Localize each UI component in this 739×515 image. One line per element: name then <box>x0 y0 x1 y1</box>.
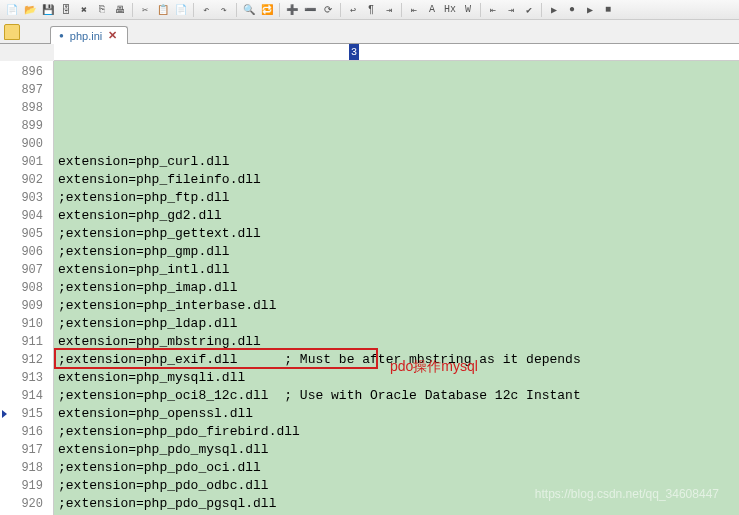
save-icon[interactable]: 💾 <box>40 2 56 18</box>
code-line[interactable]: ;extension=php_interbase.dll <box>54 297 739 315</box>
zoomin-icon[interactable]: ➕ <box>284 2 300 18</box>
line-number-gutter: 8968978988999009019029039049059069079089… <box>0 61 54 515</box>
line-number: 915 <box>0 405 53 423</box>
line-number: 908 <box>0 279 53 297</box>
saveall-icon[interactable]: 🗄 <box>58 2 74 18</box>
zoomout-icon[interactable]: ➖ <box>302 2 318 18</box>
toolbar-separator <box>480 3 481 17</box>
line-number: 898 <box>0 99 53 117</box>
print-icon[interactable]: 🖶 <box>112 2 128 18</box>
line-number: 914 <box>0 387 53 405</box>
toolbar-separator <box>340 3 341 17</box>
line-number: 903 <box>0 189 53 207</box>
annotation-text: pdo操作mysql <box>390 357 478 375</box>
indent-icon[interactable]: ⇥ <box>381 2 397 18</box>
sync-icon[interactable]: ⟳ <box>320 2 336 18</box>
line-number: 902 <box>0 171 53 189</box>
find-icon[interactable]: 🔍 <box>241 2 257 18</box>
code-line[interactable]: extension=php_curl.dll <box>54 153 739 171</box>
redo-icon[interactable]: ↷ <box>216 2 232 18</box>
code-line[interactable]: extension=php_intl.dll <box>54 261 739 279</box>
copy-icon[interactable]: 📋 <box>155 2 171 18</box>
code-area[interactable]: pdo操作mysql https://blog.csdn.net/qq_3460… <box>54 61 739 515</box>
code-line[interactable]: ;extension=php_pdo_odbc.dll <box>54 477 739 495</box>
line-number: 896 <box>0 63 53 81</box>
line-number: 911 <box>0 333 53 351</box>
line-number: 913 <box>0 369 53 387</box>
outdent-icon[interactable]: ⇤ <box>406 2 422 18</box>
open-icon[interactable]: 📂 <box>22 2 38 18</box>
line-number: 912 <box>0 351 53 369</box>
font-a-icon[interactable]: A <box>424 2 440 18</box>
code-line[interactable]: ;extension=php_gettext.dll <box>54 225 739 243</box>
tab-bar: ● php.ini ✕ <box>0 20 739 44</box>
code-line[interactable]: ;extension=php_ftp.dll <box>54 189 739 207</box>
replace-icon[interactable]: 🔁 <box>259 2 275 18</box>
line-number: 916 <box>0 423 53 441</box>
stop-icon[interactable]: ■ <box>600 2 616 18</box>
code-line[interactable]: extension=php_openssl.dll <box>54 405 739 423</box>
line-number: 904 <box>0 207 53 225</box>
line-number: 906 <box>0 243 53 261</box>
line-number: 907 <box>0 261 53 279</box>
toolbar-separator <box>541 3 542 17</box>
line-number: 909 <box>0 297 53 315</box>
undo-icon[interactable]: ↶ <box>198 2 214 18</box>
code-line[interactable]: ;extension=php_pdo_oci.dll <box>54 459 739 477</box>
code-line[interactable]: ;extension=php_gmp.dll <box>54 243 739 261</box>
check-icon[interactable]: ✔ <box>521 2 537 18</box>
unindent2-icon[interactable]: ⇤ <box>485 2 501 18</box>
ruler-cursor-mark: 3 <box>349 44 359 60</box>
wrap-icon[interactable]: ↩ <box>345 2 361 18</box>
play-icon[interactable]: ▶ <box>582 2 598 18</box>
modified-dot-icon: ● <box>59 31 64 40</box>
toolbar-separator <box>193 3 194 17</box>
toolbar-separator <box>401 3 402 17</box>
line-number: 920 <box>0 495 53 513</box>
line-number: 905 <box>0 225 53 243</box>
invisible-icon[interactable]: ¶ <box>363 2 379 18</box>
line-number: 918 <box>0 459 53 477</box>
code-line[interactable]: ;extension=php_oci8_12c.dll ; Use with O… <box>54 387 739 405</box>
code-line[interactable]: extension=php_mbstring.dll <box>54 333 739 351</box>
line-number: 899 <box>0 117 53 135</box>
line-number: 917 <box>0 441 53 459</box>
toolbar-separator <box>236 3 237 17</box>
toolbar-separator <box>279 3 280 17</box>
toolbar: 📄📂💾🗄✖⎘🖶✂📋📄↶↷🔍🔁➕➖⟳↩¶⇥⇤AHxW⇤⇥✔▶●▶■ <box>0 0 739 20</box>
new-icon[interactable]: 📄 <box>4 2 20 18</box>
folder-icon[interactable] <box>4 24 20 40</box>
code-line[interactable]: ;extension=php_pdo_firebird.dll <box>54 423 739 441</box>
cut-icon[interactable]: ✂ <box>137 2 153 18</box>
line-number: 910 <box>0 315 53 333</box>
editor-area: 8968978988999009019029039049059069079089… <box>0 61 739 515</box>
ruler: ----+----1----+----2----+----3----+----4… <box>54 44 739 61</box>
closeall-icon[interactable]: ⎘ <box>94 2 110 18</box>
code-line[interactable]: extension=php_gd2.dll <box>54 207 739 225</box>
close-icon[interactable]: ✖ <box>76 2 92 18</box>
indent2-icon[interactable]: ⇥ <box>503 2 519 18</box>
macro-icon[interactable]: ● <box>564 2 580 18</box>
run-icon[interactable]: ▶ <box>546 2 562 18</box>
code-line[interactable]: extension=php_pdo_mysql.dll <box>54 441 739 459</box>
code-line[interactable]: extension=php_fileinfo.dll <box>54 171 739 189</box>
code-line[interactable]: ;extension=php_ldap.dll <box>54 315 739 333</box>
tab-close-icon[interactable]: ✕ <box>108 29 117 42</box>
word-icon[interactable]: W <box>460 2 476 18</box>
line-number: 900 <box>0 135 53 153</box>
file-tab[interactable]: ● php.ini ✕ <box>50 26 128 44</box>
line-number: 897 <box>0 81 53 99</box>
hex-icon[interactable]: Hx <box>442 2 458 18</box>
paste-icon[interactable]: 📄 <box>173 2 189 18</box>
line-number: 901 <box>0 153 53 171</box>
line-number: 919 <box>0 477 53 495</box>
tab-filename: php.ini <box>70 30 102 42</box>
code-line[interactable]: ;extension=php_imap.dll <box>54 279 739 297</box>
toolbar-separator <box>132 3 133 17</box>
code-line[interactable]: ;extension=php_pdo_pgsql.dll <box>54 495 739 513</box>
